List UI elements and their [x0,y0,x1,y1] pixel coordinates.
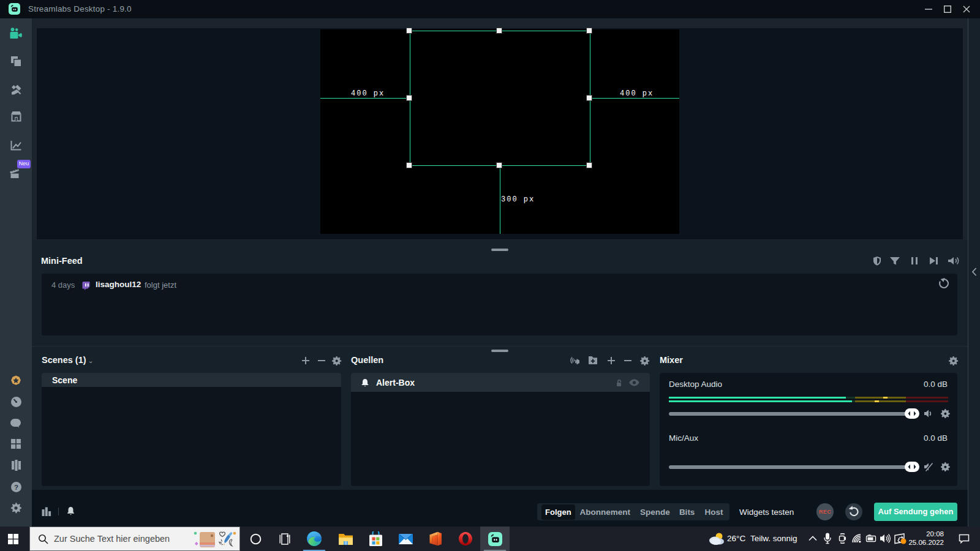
svg-text:?: ? [13,483,18,490]
